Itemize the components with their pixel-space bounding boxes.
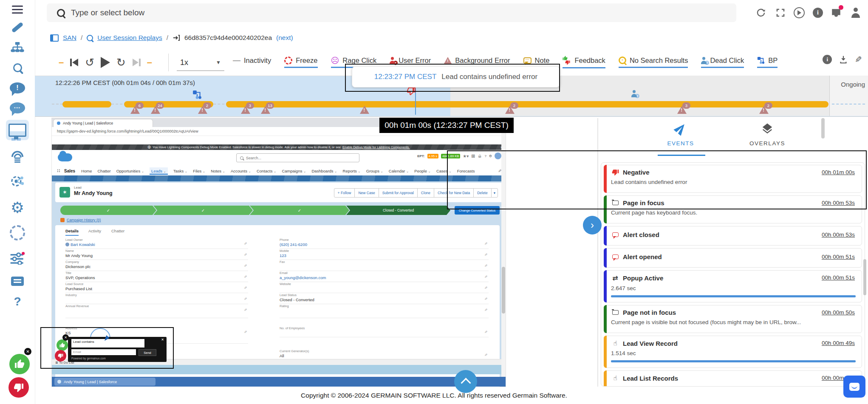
- play-circle-icon[interactable]: [793, 6, 806, 19]
- sitemap-icon[interactable]: [0, 38, 35, 57]
- help-icon[interactable]: ?: [484, 154, 486, 158]
- thumbs-up-button[interactable]: [9, 354, 30, 374]
- event-time-link[interactable]: 00h 01m 00s: [822, 169, 855, 175]
- event-time-link[interactable]: 00h 00m 53s: [822, 200, 855, 206]
- bp-marker-icon[interactable]: [192, 90, 202, 99]
- delete-button[interactable]: Delete: [473, 188, 492, 198]
- add-icon[interactable]: ⊞: [471, 153, 475, 159]
- settings-gear-icon[interactable]: ⚙: [0, 198, 35, 217]
- event-lead-view-record[interactable]: ☝Lead View Record 00h 00m 49s 1.514 sec: [604, 336, 862, 368]
- help-icon[interactable]: ?: [0, 292, 35, 311]
- alerts-icon[interactable]: !: [0, 79, 35, 97]
- change-status-button[interactable]: Change Converted Status: [455, 206, 500, 215]
- nav-forecasts[interactable]: Forecasts: [457, 169, 475, 173]
- dead-click-marker-icon[interactable]: ?: [631, 90, 637, 97]
- edit-field-icon[interactable]: ✎: [244, 275, 247, 279]
- replay-scrollbar[interactable]: [501, 127, 506, 377]
- edit-field-icon[interactable]: ✎: [484, 353, 488, 357]
- edit-field-icon[interactable]: ✎: [484, 242, 488, 246]
- error-marker[interactable]: 24: [151, 106, 160, 114]
- waffle-icon[interactable]: [57, 169, 61, 173]
- error-marker[interactable]: 2: [505, 106, 515, 114]
- share-network-icon[interactable]: [0, 172, 35, 191]
- global-search-input[interactable]: Type or select below: [47, 3, 736, 22]
- event-alert-closed[interactable]: Alert closed 00h 00m 53s: [604, 226, 862, 246]
- nav-notes[interactable]: Notes: [211, 169, 225, 173]
- error-marker[interactable]: 2: [198, 106, 207, 114]
- event-lead-list-records[interactable]: ☝Lead List Records 00h 00m 46s: [604, 370, 862, 387]
- step-back-small-icon[interactable]: –: [59, 57, 64, 68]
- follow-button[interactable]: + Follow: [334, 188, 355, 198]
- dashed-circle-icon[interactable]: [0, 223, 35, 242]
- tab-overlays[interactable]: OVERLAYS: [739, 122, 795, 147]
- breadcrumb-app-link[interactable]: SAN: [63, 34, 76, 42]
- next-session-link[interactable]: (next): [276, 34, 293, 42]
- banner-link[interactable]: Enable Debug Mode for Lightning Componen…: [342, 145, 410, 149]
- app-name[interactable]: Sales: [64, 169, 75, 173]
- nav-groups[interactable]: Groups: [366, 169, 383, 173]
- nav-reports[interactable]: Reports: [343, 169, 361, 173]
- skip-to-end-icon[interactable]: [132, 59, 141, 66]
- bell-icon[interactable]: 🕭: [478, 154, 482, 158]
- nav-calendar[interactable]: Calendar: [389, 169, 409, 173]
- search-icon[interactable]: [0, 58, 35, 77]
- widget-close-icon[interactable]: ✕: [161, 338, 164, 342]
- path-stage-done[interactable]: ✓: [250, 206, 349, 215]
- close-feedback-icon[interactable]: ✕: [24, 348, 31, 355]
- legend-inactivity[interactable]: —Inactivity: [233, 56, 271, 68]
- tab-details[interactable]: Details: [65, 229, 79, 236]
- check-new-data-button[interactable]: Check for New Data: [434, 188, 474, 198]
- edit-nav-icon[interactable]: ✎: [498, 169, 501, 173]
- edit-pencil-icon[interactable]: ✎: [855, 54, 862, 65]
- more-actions-button[interactable]: ▾: [491, 188, 498, 198]
- download-icon[interactable]: [839, 55, 848, 64]
- clone-button[interactable]: Clone: [417, 188, 434, 198]
- campaign-history-link[interactable]: Campaign History (0): [67, 218, 101, 222]
- nav-accounts[interactable]: Accounts: [231, 169, 251, 173]
- new-case-button[interactable]: New Case: [354, 188, 379, 198]
- thumbs-down-button[interactable]: [8, 377, 29, 398]
- edit-field-icon[interactable]: ✎: [244, 286, 247, 290]
- event-popup-active[interactable]: ⇄Popup Active 00h 00m 51s 2.647 sec: [604, 270, 862, 302]
- path-stage-current[interactable]: Closed - Converted: [346, 206, 450, 215]
- legend-feedback[interactable]: Feedback: [563, 56, 605, 68]
- nav-home[interactable]: Home: [81, 169, 92, 173]
- play-button[interactable]: [101, 57, 110, 68]
- edit-field-icon[interactable]: ✎: [244, 308, 247, 312]
- event-negative[interactable]: Negative 00h 01m 00s Lead contains undef…: [604, 165, 862, 193]
- tab-events[interactable]: EVENTS: [654, 122, 707, 147]
- edit-field-icon[interactable]: ✎: [484, 264, 488, 268]
- event-alert-opened[interactable]: Alert opened 00h 00m 51s: [604, 248, 862, 268]
- legend-bp[interactable]: BP: [757, 57, 778, 68]
- expand-panel-button[interactable]: ›: [583, 216, 602, 234]
- broadcast-icon[interactable]: [0, 147, 35, 166]
- event-time-link[interactable]: 00h 00m 51s: [822, 274, 855, 281]
- fullscreen-icon[interactable]: [774, 6, 787, 19]
- edit-field-icon[interactable]: ✎: [484, 308, 488, 312]
- edit-field-icon[interactable]: ✎: [244, 253, 247, 257]
- legend-freeze[interactable]: Freeze: [284, 57, 317, 68]
- nav-cases[interactable]: Cases: [436, 169, 452, 173]
- activity-bar[interactable]: [62, 101, 111, 107]
- avatar[interactable]: [495, 153, 501, 159]
- event-time-link[interactable]: 00h 00m 49s: [822, 340, 855, 346]
- error-marker[interactable]: 3: [241, 106, 250, 114]
- edit-pen-icon[interactable]: [0, 18, 35, 37]
- step-forward-small-icon[interactable]: –: [147, 57, 152, 68]
- event-page-not-in-focus[interactable]: Page not in focus 00h 00m 50s Current pa…: [604, 305, 862, 333]
- favorites-star-icon[interactable]: ★▾: [463, 154, 469, 158]
- skip-to-start-icon[interactable]: [70, 59, 79, 66]
- chat-icon[interactable]: •••: [0, 99, 35, 117]
- legend-dead-click[interactable]: ?Dead Click: [701, 57, 744, 68]
- docs-book-icon[interactable]: [0, 272, 35, 291]
- nav-campaigns[interactable]: Campaigns: [282, 169, 306, 173]
- path-stage-done[interactable]: ✓: [60, 206, 156, 215]
- tab-chatter[interactable]: Chatter: [111, 229, 124, 233]
- error-marker[interactable]: 3: [677, 106, 687, 114]
- scrollbar-thumb[interactable]: [821, 118, 825, 138]
- monitoring-icon[interactable]: [0, 121, 35, 139]
- inbox-icon[interactable]: [830, 6, 843, 19]
- error-marker[interactable]: [360, 106, 369, 114]
- send-button[interactable]: Send: [139, 349, 156, 356]
- activity-bar[interactable]: [226, 101, 828, 107]
